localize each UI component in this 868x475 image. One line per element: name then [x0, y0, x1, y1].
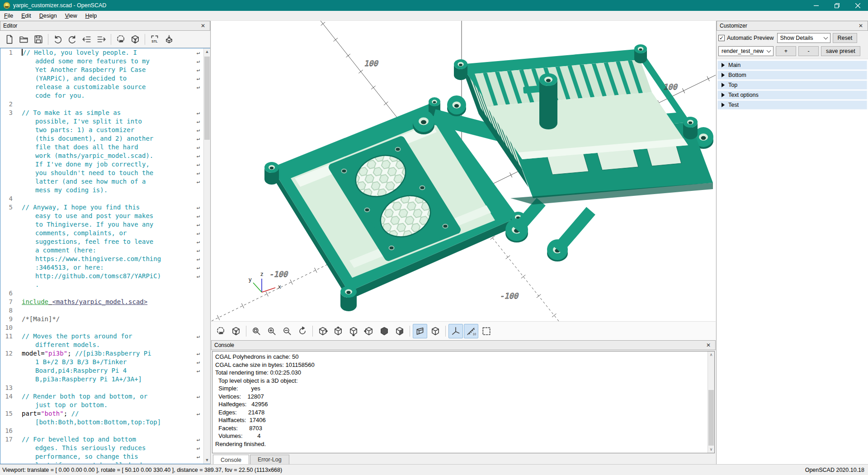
save-button[interactable]	[32, 33, 45, 46]
section-bottom[interactable]: Bottom	[717, 71, 867, 80]
scroll-down-icon[interactable]: ∨	[708, 446, 714, 453]
section-main[interactable]: Main	[717, 61, 867, 70]
zoom-in-button[interactable]	[264, 324, 279, 338]
titlebar[interactable]: yarpic_customizer.scad - OpenSCAD	[0, 0, 868, 11]
code-line[interactable]: http://github.com/tomsc87/YARPiC)↵	[0, 272, 210, 280]
code-line[interactable]: 17// For bevelled top and bottom↵	[0, 435, 210, 444]
export-stl-button[interactable]: STL	[148, 33, 161, 46]
show-scale-markers-button[interactable]: 10	[464, 324, 478, 338]
code-line[interactable]: 7include <maths/yarpic_model.scad>	[0, 298, 210, 306]
code-line[interactable]: [both:Both,bottom:Bottom,top:Top]	[0, 418, 210, 427]
unindent-button[interactable]	[80, 33, 94, 46]
code-line[interactable]: last if you want bevelled edges.↵	[0, 461, 210, 464]
code-line[interactable]: easy to use and post your makes↵	[0, 212, 210, 220]
code-line[interactable]: https://www.thingiverse.com/thing↵	[0, 255, 210, 263]
code-line[interactable]: a comment (here:↵	[0, 246, 210, 255]
view-bottom-button[interactable]	[346, 324, 361, 338]
code-line[interactable]: possible, I've split it into↵	[0, 117, 210, 126]
code-line[interactable]: 14// Render both top and bottom, or↵	[0, 392, 210, 401]
editor-scrollbar[interactable]: ▲ ▼	[203, 48, 210, 464]
code-line[interactable]: If I've done my job correctly,↵	[0, 160, 210, 169]
view-right-button[interactable]	[316, 324, 330, 338]
code-line[interactable]: you shouldn't need to touch the↵	[0, 169, 210, 177]
code-line[interactable]: suggestions, feel free to leave↵	[0, 238, 210, 246]
code-line[interactable]: file that does all the hard↵	[0, 143, 210, 152]
view-front-button[interactable]	[392, 324, 407, 338]
code-line[interactable]: two parts: 1) a customizer↵	[0, 126, 210, 134]
preview-button[interactable]	[114, 33, 127, 46]
console-output[interactable]: CGAL Polyhedrons in cache: 50CGAL cache …	[212, 351, 715, 453]
section-test[interactable]: Test	[717, 100, 867, 109]
menu-design[interactable]: Design	[35, 12, 61, 20]
scroll-up-icon[interactable]: ∧	[708, 352, 714, 358]
code-line[interactable]: 1 B+/2 B/3 B/3 B+/Tinker↵	[0, 358, 210, 366]
code-line[interactable]: comments, complaints, or↵	[0, 229, 210, 238]
scrollbar-thumb[interactable]	[204, 57, 210, 140]
close-button[interactable]	[847, 0, 868, 11]
preview-button[interactable]	[213, 324, 228, 338]
reset-button[interactable]: Reset	[833, 33, 858, 43]
menu-help[interactable]: Help	[81, 12, 101, 20]
reset-view-button[interactable]	[295, 324, 310, 338]
code-line[interactable]: to Thingiverse. If you have any↵	[0, 220, 210, 229]
render-button[interactable]	[128, 33, 142, 46]
editor-close-icon[interactable]: ✕	[199, 23, 207, 29]
view-all-button[interactable]	[479, 324, 494, 338]
menu-view[interactable]: View	[61, 12, 81, 20]
view-left-button[interactable]	[362, 324, 376, 338]
code-line[interactable]: (YARPiC), and decided to↵	[0, 74, 210, 83]
save-preset-button[interactable]: save preset	[821, 46, 860, 56]
code-line[interactable]: different models.	[0, 341, 210, 349]
orthographic-button[interactable]	[428, 324, 443, 338]
perspective-button[interactable]	[413, 324, 427, 338]
open-button[interactable]	[17, 33, 31, 46]
redo-button[interactable]	[66, 33, 79, 46]
code-line[interactable]: added some more features to my↵	[0, 57, 210, 66]
add-preset-button[interactable]: +	[776, 46, 796, 56]
tab-error-log[interactable]: Error-Log	[250, 455, 289, 464]
code-line[interactable]: 2	[0, 100, 210, 109]
code-line[interactable]: .	[0, 280, 210, 289]
code-line[interactable]: 4	[0, 195, 210, 203]
print-button[interactable]	[162, 33, 176, 46]
restore-button[interactable]	[826, 0, 847, 11]
show-axes-button[interactable]	[448, 324, 463, 338]
code-line[interactable]: 13	[0, 384, 210, 392]
code-line[interactable]: :3464513, or here:↵	[0, 263, 210, 272]
code-line[interactable]: B,pi3a:Raspberry Pi 1A+/3A+]	[0, 375, 210, 384]
section-text-options[interactable]: Text options	[717, 90, 867, 100]
automatic-preview-checkbox[interactable]: ✓	[718, 35, 725, 41]
remove-preset-button[interactable]: -	[798, 46, 819, 56]
section-top[interactable]: Top	[717, 81, 867, 90]
tab-console[interactable]: Console	[213, 455, 249, 465]
code-line[interactable]: mess my coding is).	[0, 186, 210, 195]
console-header[interactable]: Console ✕	[211, 340, 716, 350]
code-editor[interactable]: 1// Hello, you lovely people. I↵added so…	[0, 48, 210, 464]
indent-button[interactable]	[94, 33, 108, 46]
customizer-header[interactable]: Customizer ✕	[717, 21, 868, 31]
code-line[interactable]: just top or bottom.	[0, 401, 210, 409]
code-line[interactable]: 16	[0, 427, 210, 435]
undo-button[interactable]	[51, 33, 65, 46]
code-line[interactable]: 6	[0, 289, 210, 298]
code-line[interactable]: code for you.	[0, 91, 210, 100]
editor-header[interactable]: Editor ✕	[0, 21, 210, 31]
customizer-close-icon[interactable]: ✕	[857, 23, 865, 29]
code-line[interactable]: latter (and see how much of a↵	[0, 177, 210, 186]
code-line[interactable]: 12model="pi3b"; //[pi3b:Raspberry Pi↵	[0, 349, 210, 358]
view-back-button[interactable]	[377, 324, 392, 338]
code-line[interactable]: 1// Hello, you lovely people. I↵	[0, 48, 210, 57]
code-line[interactable]: Board,pi4:Raspberry Pi 4↵	[0, 366, 210, 375]
code-line[interactable]: 10	[0, 323, 210, 332]
code-line[interactable]: 3// To make it as simple as↵	[0, 109, 210, 117]
code-line[interactable]: (this document), and 2) another↵	[0, 134, 210, 143]
console-close-icon[interactable]: ✕	[704, 342, 712, 348]
console-scrollbar[interactable]: ∧ ∨	[708, 352, 714, 453]
scroll-up-icon[interactable]: ▲	[204, 48, 210, 55]
code-line[interactable]: edges. This seriously reduces↵	[0, 444, 210, 452]
code-line[interactable]: 5// Anyway, I hope you find this↵	[0, 203, 210, 212]
preset-dropdown[interactable]: render_test_new	[718, 46, 774, 56]
code-line[interactable]: release a customizable source↵	[0, 83, 210, 91]
zoom-all-button[interactable]	[249, 324, 264, 338]
code-line[interactable]: performance, so change this↵	[0, 452, 210, 461]
